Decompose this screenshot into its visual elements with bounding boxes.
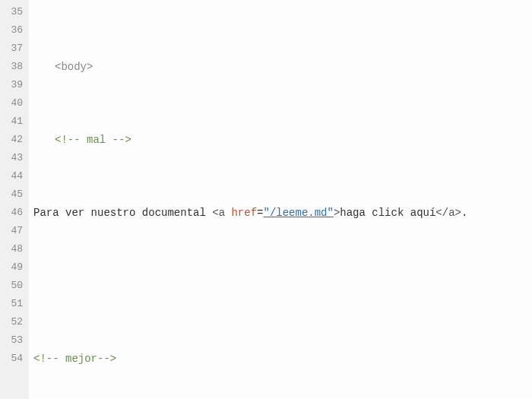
line-number: 47 [3, 222, 23, 240]
text: Para ver nuestro documental [33, 207, 212, 219]
line-number: 38 [3, 58, 23, 76]
code-line-empty[interactable] [33, 277, 532, 295]
line-number: 41 [3, 112, 23, 131]
line-number: 53 [3, 331, 23, 350]
line-number: 51 [3, 295, 23, 313]
line-number: 50 [3, 277, 23, 295]
line-number: 40 [3, 94, 23, 112]
line-number: 44 [3, 167, 23, 185]
line-number: 45 [3, 185, 23, 204]
attr-name: href [231, 207, 257, 219]
tag-close: </a> [435, 207, 461, 219]
code-line[interactable]: <!-- mal --> [33, 131, 532, 149]
attr-value: "/leeme.md" [263, 207, 333, 219]
html-comment: <!-- mal --> [55, 134, 131, 146]
line-number: 52 [3, 313, 23, 331]
line-number: 42 [3, 131, 23, 149]
html-comment: <!-- mejor--> [33, 353, 116, 365]
line-number: 54 [3, 350, 23, 368]
line-number: 49 [3, 258, 23, 277]
link-text: haga click aquí [340, 207, 435, 219]
tag-open: <a [212, 207, 231, 219]
line-number: 39 [3, 76, 23, 94]
code-line[interactable]: Para ver nuestro documental <a href="/le… [33, 204, 532, 222]
code-line[interactable]: <body> [33, 58, 532, 76]
tag-body-open: <body> [55, 61, 93, 73]
line-number: 43 [3, 149, 23, 167]
text: . [461, 207, 467, 219]
code-line[interactable]: <!-- mejor--> [33, 350, 532, 368]
line-number-gutter: 35 36 37 38 39 40 41 42 43 44 45 46 47 4… [0, 0, 29, 399]
line-number: 37 [3, 40, 23, 58]
line-number: 48 [3, 240, 23, 258]
line-number: 46 [3, 204, 23, 222]
code-editor-area[interactable]: <body> <!-- mal --> Para ver nuestro doc… [29, 0, 532, 399]
line-number: 35 [3, 3, 23, 21]
line-number: 36 [3, 21, 23, 40]
